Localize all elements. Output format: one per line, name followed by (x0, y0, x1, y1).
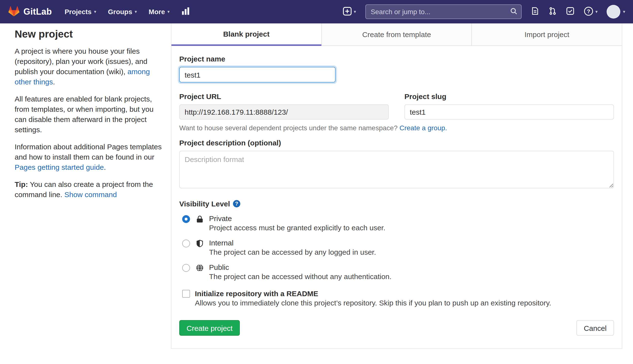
nav-projects-label: Projects (65, 8, 92, 16)
help-icon: ? (584, 6, 593, 17)
user-menu-button[interactable]: ▾ (607, 5, 625, 18)
nav-groups-label: Groups (108, 8, 132, 16)
chevron-down-icon: ▾ (354, 10, 356, 14)
readme-label[interactable]: Initialize repository with a README (195, 289, 551, 298)
globe-icon (196, 264, 205, 273)
visibility-help-icon[interactable]: ? (233, 200, 240, 207)
project-type-tabs: Blank project Create from template Impor… (171, 24, 622, 46)
tab-blank-project[interactable]: Blank project (171, 24, 321, 46)
project-slug-label: Project slug (404, 92, 614, 100)
visibility-option-texts: Private Project access must be granted e… (209, 214, 385, 232)
navbar-menus: Projects ▾ Groups ▾ More ▾ (65, 6, 190, 17)
analytics-button[interactable] (181, 6, 190, 17)
tab-import-project[interactable]: Import project (472, 24, 622, 46)
issues-button[interactable] (531, 7, 539, 16)
nav-more[interactable]: More ▾ (149, 8, 170, 16)
project-name-input[interactable] (179, 67, 336, 82)
nav-projects[interactable]: Projects ▾ (65, 8, 96, 16)
sidebar-paragraph-3: Information about additional Pages templ… (15, 142, 162, 172)
gitlab-home-link[interactable]: GitLab (8, 5, 52, 18)
svg-text:?: ? (587, 8, 590, 14)
chevron-down-icon: ▾ (623, 10, 625, 14)
nav-more-label: More (149, 8, 165, 16)
todo-check-icon (566, 7, 574, 16)
chevron-down-icon: ▾ (595, 10, 597, 14)
todos-button[interactable] (566, 7, 574, 16)
sidebar-paragraph-1: A project is where you house your files … (15, 46, 162, 87)
visibility-option-description: Project access must be granted explicitl… (209, 223, 385, 232)
readme-checkbox[interactable] (182, 290, 190, 298)
paragraph-text: . (53, 78, 55, 86)
paragraph-text: . (104, 163, 106, 171)
visibility-option-name: Private (209, 214, 385, 223)
visibility-option-description: The project can be accessed by any logge… (209, 248, 376, 257)
project-name-label: Project name (179, 55, 614, 63)
merge-requests-button[interactable] (548, 7, 557, 16)
page: GitLab Projects ▾ Groups ▾ More ▾ (0, 0, 633, 364)
bar-chart-icon (181, 6, 190, 17)
blank-project-form: Project name Project URL Project slug Wa… (171, 46, 622, 346)
top-navbar: GitLab Projects ▾ Groups ▾ More ▾ (0, 0, 633, 24)
project-description-textarea[interactable] (179, 151, 614, 188)
url-slug-row: Project URL Project slug (179, 92, 614, 120)
help-menu-button[interactable]: ? ▾ (584, 6, 597, 17)
internal-radio[interactable] (182, 240, 190, 248)
project-url-field[interactable] (179, 104, 389, 120)
create-group-link[interactable]: Create a group. (400, 124, 447, 132)
visibility-option-texts: Public The project can be accessed witho… (209, 262, 392, 281)
chevron-down-icon: ▾ (94, 10, 96, 14)
sidebar-paragraph-2: All features are enabled for blank proje… (15, 94, 162, 135)
hint-text: Want to house several dependent projects… (179, 124, 400, 132)
show-command-link[interactable]: Show command (64, 190, 117, 198)
namespace-hint: Want to house several dependent projects… (179, 124, 614, 132)
page-title: New project (15, 28, 162, 40)
private-radio[interactable] (182, 215, 190, 223)
visibility-option-name: Internal (209, 238, 376, 248)
readme-texts: Initialize repository with a README Allo… (195, 289, 551, 308)
plus-square-icon (343, 6, 352, 17)
form-actions: Create project Cancel (179, 320, 614, 336)
tab-create-from-template[interactable]: Create from template (321, 24, 471, 46)
visibility-label-row: Visibility Level ? (179, 200, 614, 208)
chevron-down-icon: ▾ (135, 10, 137, 14)
visibility-option-internal[interactable]: Internal The project can be accessed by … (179, 238, 614, 257)
avatar (607, 5, 620, 18)
navbar-right: ▾ (343, 4, 625, 19)
search-icon (510, 7, 518, 16)
search-input[interactable] (365, 4, 522, 19)
visibility-option-description: The project can be accessed without any … (209, 272, 392, 281)
cancel-button[interactable]: Cancel (577, 320, 614, 336)
new-project-panel: Blank project Create from template Impor… (171, 24, 622, 349)
new-project-sidebar: New project A project is where you house… (15, 24, 162, 206)
lock-icon (196, 215, 205, 224)
visibility-options: Private Project access must be granted e… (179, 214, 614, 281)
gitlab-logo-icon (8, 5, 20, 18)
visibility-option-public[interactable]: Public The project can be accessed witho… (179, 262, 614, 281)
chevron-down-icon: ▾ (168, 10, 170, 14)
sidebar-tip: Tip: You can also create a project from … (15, 179, 162, 200)
project-url-label: Project URL (179, 92, 389, 100)
new-menu-button[interactable]: ▾ (343, 6, 356, 17)
issues-icon (531, 7, 539, 16)
visibility-level-label: Visibility Level (179, 200, 230, 208)
tip-label: Tip: (15, 180, 28, 188)
nav-groups[interactable]: Groups ▾ (108, 8, 137, 16)
visibility-option-name: Public (209, 262, 392, 272)
description-group: Project description (optional) (179, 138, 614, 190)
create-project-button[interactable]: Create project (179, 320, 240, 336)
readme-section: Initialize repository with a README Allo… (179, 289, 614, 308)
pages-guide-link[interactable]: Pages getting started guide (15, 163, 104, 171)
project-slug-input[interactable] (404, 104, 614, 120)
project-description-label: Project description (optional) (179, 138, 614, 147)
public-radio[interactable] (182, 264, 190, 272)
visibility-option-texts: Internal The project can be accessed by … (209, 238, 376, 257)
navbar-search (365, 4, 522, 19)
paragraph-text: Information about additional Pages templ… (15, 142, 162, 161)
brand-name: GitLab (24, 6, 52, 17)
readme-description: Allows you to immediately clone this pro… (195, 298, 551, 308)
shield-icon (196, 240, 205, 249)
visibility-option-private[interactable]: Private Project access must be granted e… (179, 214, 614, 232)
merge-request-icon (548, 7, 557, 16)
